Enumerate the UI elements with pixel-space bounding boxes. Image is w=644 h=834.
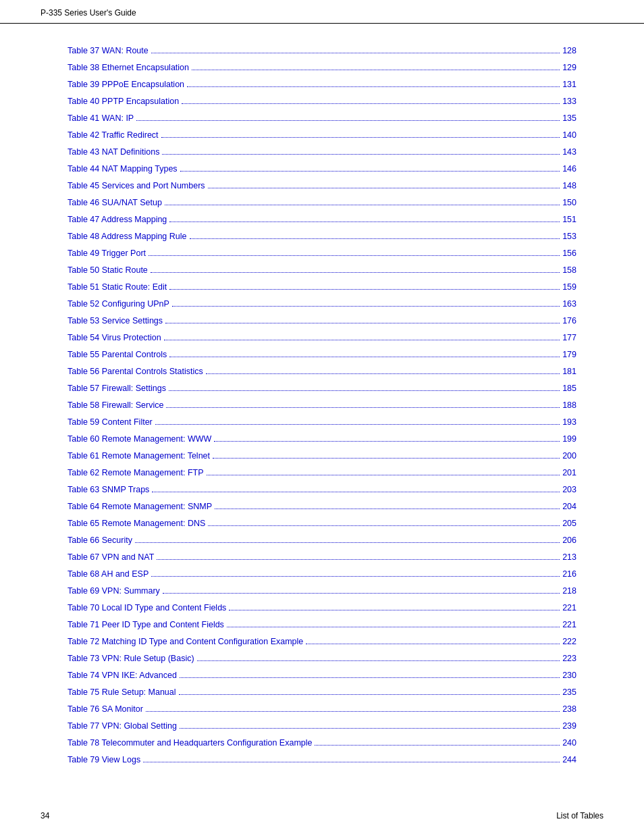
toc-entry[interactable]: Table 72 Matching ID Type and Content Co… [68,635,576,648]
toc-dots [315,745,560,746]
toc-entry[interactable]: Table 38 Ethernet Encapsulation129 [68,61,576,74]
footer-section-label: List of Tables [556,811,603,820]
toc-entry[interactable]: Table 40 PPTP Encapsulation133 [68,95,576,108]
toc-dots [229,610,560,610]
toc-page: 238 [562,702,576,716]
toc-entry[interactable]: Table 70 Local ID Type and Content Field… [68,601,576,615]
toc-entry[interactable]: Table 77 VPN: Global Setting239 [68,719,576,733]
toc-label: Table 75 Rule Setup: Manual [68,685,176,699]
toc-entry[interactable]: Table 75 Rule Setup: Manual235 [68,685,576,699]
toc-dots [306,644,560,644]
toc-dots [180,677,560,678]
header-title: P-335 Series User's Guide [41,8,136,18]
toc-entry[interactable]: Table 63 SNMP Traps203 [68,483,576,496]
toc-page: 156 [562,246,576,260]
toc-label: Table 64 Remote Management: SNMP [68,500,212,513]
toc-page: 140 [562,128,576,142]
toc-page: 223 [562,652,576,665]
toc-entry[interactable]: Table 65 Remote Management: DNS205 [68,517,576,530]
toc-label: Table 73 VPN: Rule Setup (Basic) [68,652,194,665]
toc-page: 203 [562,483,576,496]
toc-entry[interactable]: Table 53 Service Settings176 [68,314,576,328]
toc-entry[interactable]: Table 61 Remote Management: Telnet200 [68,449,576,463]
toc-entry[interactable]: Table 48 Address Mapping Rule153 [68,230,576,243]
toc-entry[interactable]: Table 54 Virus Protection177 [68,331,576,344]
toc-label: Table 54 Virus Protection [68,331,161,344]
toc-dots [152,492,560,492]
toc-entry[interactable]: Table 42 Traffic Redirect140 [68,128,576,142]
toc-page: 133 [562,95,576,108]
toc-dots [197,660,560,661]
toc-dots [190,238,560,239]
toc-entry[interactable]: Table 43 NAT Definitions143 [68,145,576,159]
toc-page: 222 [562,635,576,648]
toc-entry[interactable]: Table 71 Peer ID Type and Content Fields… [68,618,576,631]
toc-dots [136,120,560,121]
toc-entry[interactable]: Table 79 View Logs244 [68,753,576,766]
toc-entry[interactable]: Table 51 Static Route: Edit159 [68,280,576,294]
toc-entry[interactable]: Table 58 Firewall: Service188 [68,398,576,412]
toc-dots [165,205,560,205]
toc-entry[interactable]: Table 78 Telecommuter and Headquarters C… [68,736,576,750]
toc-page: 199 [562,432,576,446]
toc-page: 185 [562,382,576,395]
toc-page: 177 [562,331,576,344]
toc-page: 201 [562,466,576,479]
toc-entry[interactable]: Table 47 Address Mapping151 [68,213,576,226]
toc-entry[interactable]: Table 69 VPN: Summary218 [68,584,576,598]
toc-entry[interactable]: Table 37 WAN: Route128 [68,44,576,57]
toc-label: Table 71 Peer ID Type and Content Fields [68,618,224,631]
toc-entry[interactable]: Table 56 Parental Controls Statistics181 [68,365,576,378]
toc-entry[interactable]: Table 46 SUA/NAT Setup150 [68,196,576,209]
toc-page: 179 [562,348,576,361]
toc-entry[interactable]: Table 44 NAT Mapping Types146 [68,162,576,176]
toc-entry[interactable]: Table 62 Remote Management: FTP201 [68,466,576,479]
toc-entry[interactable]: Table 67 VPN and NAT213 [68,550,576,564]
toc-dots [180,171,560,172]
toc-page: 146 [562,162,576,176]
toc-dots [163,593,560,594]
toc-label: Table 67 VPN and NAT [68,550,154,564]
toc-dots [169,289,560,290]
toc-entry[interactable]: Table 57 Firewall: Settings185 [68,382,576,395]
toc-entry[interactable]: Table 55 Parental Controls179 [68,348,576,361]
toc-entry[interactable]: Table 74 VPN IKE: Advanced230 [68,669,576,682]
toc-label: Table 65 Remote Management: DNS [68,517,205,530]
toc-page: 181 [562,365,576,378]
toc-page: 129 [562,61,576,74]
toc-dots [169,390,560,391]
toc-dots [162,154,560,155]
toc-entry[interactable]: Table 73 VPN: Rule Setup (Basic)223 [68,652,576,665]
toc-page: 240 [562,736,576,750]
toc-label: Table 51 Static Route: Edit [68,280,167,294]
toc-dots [192,70,560,70]
toc-entry[interactable]: Table 41 WAN: IP135 [68,111,576,125]
toc-entry[interactable]: Table 39 PPPoE Encapsulation131 [68,78,576,91]
toc-label: Table 77 VPN: Global Setting [68,719,177,733]
toc-label: Table 42 Traffic Redirect [68,128,159,142]
toc-entry[interactable]: Table 64 Remote Management: SNMP204 [68,500,576,513]
toc-entry[interactable]: Table 49 Trigger Port156 [68,246,576,260]
toc-page: 151 [562,213,576,226]
toc-dots [207,475,560,475]
toc-entry[interactable]: Table 76 SA Monitor238 [68,702,576,716]
toc-label: Table 79 View Logs [68,753,140,766]
toc-label: Table 43 NAT Definitions [68,145,159,159]
toc-dots [206,373,560,374]
toc-entry[interactable]: Table 52 Configuring UPnP163 [68,297,576,311]
toc-entry[interactable]: Table 68 AH and ESP216 [68,567,576,581]
toc-entry[interactable]: Table 45 Services and Port Numbers148 [68,179,576,192]
toc-label: Table 66 Security [68,533,132,547]
toc-dots [227,627,560,627]
toc-page: 230 [562,669,576,682]
toc-entry[interactable]: Table 50 Static Route158 [68,263,576,277]
toc-page: 150 [562,196,576,209]
toc-dots [166,407,560,408]
toc-dots [157,559,560,560]
toc-entry[interactable]: Table 59 Content Filter193 [68,415,576,429]
toc-page: 239 [562,719,576,733]
toc-dots [143,762,560,762]
toc-label: Table 78 Telecommuter and Headquarters C… [68,736,312,750]
toc-entry[interactable]: Table 60 Remote Management: WWW199 [68,432,576,446]
toc-entry[interactable]: Table 66 Security206 [68,533,576,547]
